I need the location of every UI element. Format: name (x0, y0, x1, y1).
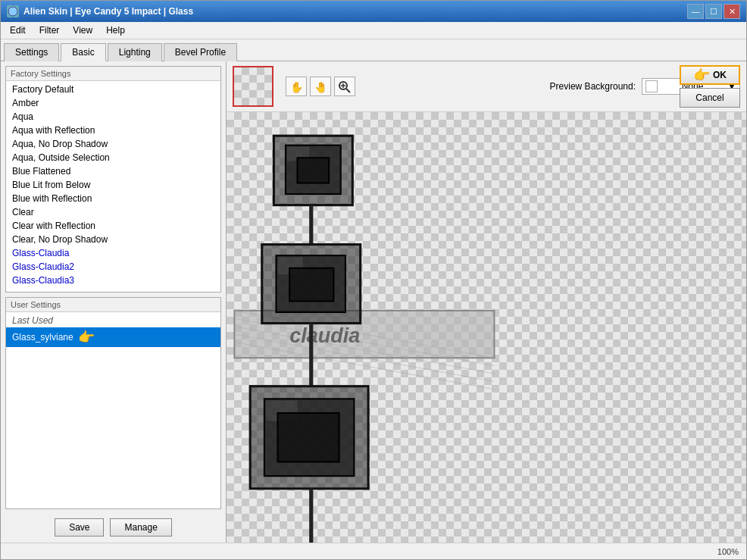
preview-wrapper: claudia (227, 112, 746, 543)
svg-rect-28 (309, 489, 313, 543)
svg-text:🤚: 🤚 (314, 81, 328, 93)
list-item[interactable]: Glass-Claudia (6, 246, 220, 260)
preview-area[interactable]: claudia (227, 112, 746, 543)
main-window: Alien Skin | Eye Candy 5 Impact | Glass … (0, 0, 747, 560)
factory-settings-section: Factory Settings Factory Default Amber A… (5, 66, 221, 293)
move-tool-icon[interactable]: ✋ (286, 77, 307, 96)
svg-point-0 (8, 7, 17, 16)
minimize-button[interactable]: — (687, 4, 704, 19)
svg-rect-17 (298, 158, 330, 183)
list-item[interactable]: Factory Default (6, 83, 220, 96)
user-settings-list[interactable]: Last Used Glass_sylviane 👉 (6, 312, 220, 508)
ok-button[interactable]: 👉 OK (680, 65, 740, 85)
list-item[interactable]: Amber (6, 96, 220, 110)
bottom-buttons: Save Manage (5, 514, 221, 538)
svg-rect-18 (309, 205, 313, 245)
window-controls: — ☐ ✕ (687, 4, 740, 19)
tab-settings[interactable]: Settings (4, 43, 59, 61)
save-button[interactable]: Save (55, 518, 104, 537)
window-title: Alien Skin | Eye Candy 5 Impact | Glass (23, 6, 687, 17)
hand-pointer-icon: 👉 (78, 329, 95, 346)
main-content: Factory Settings Factory Default Amber A… (1, 61, 746, 543)
list-item[interactable]: Aqua, No Drop Shadow (6, 137, 220, 151)
list-item[interactable]: Clear, No Drop Shadow (6, 233, 220, 246)
list-item[interactable]: Blue Lit from Below (6, 178, 220, 192)
selected-item-label: Glass_sylviane (12, 332, 73, 343)
list-item[interactable]: Clear (6, 205, 220, 219)
list-item[interactable]: Glass-Claudia2 (6, 260, 220, 274)
user-setting-selected[interactable]: Glass_sylviane 👉 (6, 327, 220, 347)
toolbar-icons: ✋ 🤚 (286, 77, 355, 96)
svg-text:claudia: claudia (289, 324, 360, 347)
list-item[interactable]: Clear with Reflection (6, 219, 220, 233)
menu-bar: Edit Filter View Help (1, 22, 746, 39)
title-bar: Alien Skin | Eye Candy 5 Impact | Glass … (1, 1, 746, 22)
zoom-tool-icon[interactable] (334, 77, 355, 96)
tab-lighting[interactable]: Lighting (108, 43, 162, 61)
list-item[interactable]: Blue Flattened (6, 164, 220, 178)
factory-settings-list[interactable]: Factory Default Amber Aqua Aqua with Ref… (6, 81, 220, 292)
menu-edit[interactable]: Edit (4, 23, 32, 37)
user-settings-header: User Settings (6, 298, 220, 312)
ok-label: OK (713, 70, 727, 80)
status-bar: 100% (1, 543, 746, 559)
svg-line-4 (346, 89, 350, 92)
pan-tool-icon[interactable]: 🤚 (310, 77, 331, 96)
svg-text:✋: ✋ (290, 81, 304, 93)
preview-background-label: Preview Background: (550, 81, 636, 92)
list-item[interactable]: Blue with Reflection (6, 192, 220, 205)
list-item[interactable]: Aqua with Reflection (6, 124, 220, 137)
right-top-bar: ✋ 🤚 (227, 61, 746, 112)
cancel-button[interactable]: Cancel (680, 88, 740, 108)
factory-settings-header: Factory Settings (6, 67, 220, 81)
list-item[interactable]: Aqua, Outside Selection (6, 151, 220, 164)
menu-help[interactable]: Help (100, 23, 131, 37)
preview-canvas: claudia (227, 112, 746, 543)
manage-button[interactable]: Manage (110, 518, 171, 537)
close-button[interactable]: ✕ (724, 4, 740, 19)
list-item[interactable]: Aqua (6, 110, 220, 124)
menu-filter[interactable]: Filter (33, 23, 66, 37)
user-settings-section: User Settings Last Used Glass_sylviane 👉 (5, 297, 221, 509)
tab-basic[interactable]: Basic (61, 43, 105, 61)
zoom-level: 100% (717, 547, 739, 556)
right-panel: ✋ 🤚 (227, 61, 746, 543)
menu-view[interactable]: View (67, 23, 98, 37)
svg-rect-23 (309, 324, 313, 386)
preview-thumbnail (233, 66, 273, 107)
ok-cancel-panel: 👉 OK Cancel (680, 65, 740, 108)
svg-rect-22 (289, 268, 333, 302)
left-panel: Factory Settings Factory Default Amber A… (1, 61, 227, 543)
svg-rect-27 (278, 413, 339, 461)
maximize-button[interactable]: ☐ (705, 4, 722, 19)
last-used-header: Last Used (6, 314, 220, 327)
tab-bevel-profile[interactable]: Bevel Profile (164, 43, 237, 61)
list-item[interactable]: Glass-Claudia3 (6, 274, 220, 287)
tabs-bar: Settings Basic Lighting Bevel Profile (1, 39, 746, 61)
color-swatch (645, 80, 658, 92)
app-icon (7, 5, 19, 17)
